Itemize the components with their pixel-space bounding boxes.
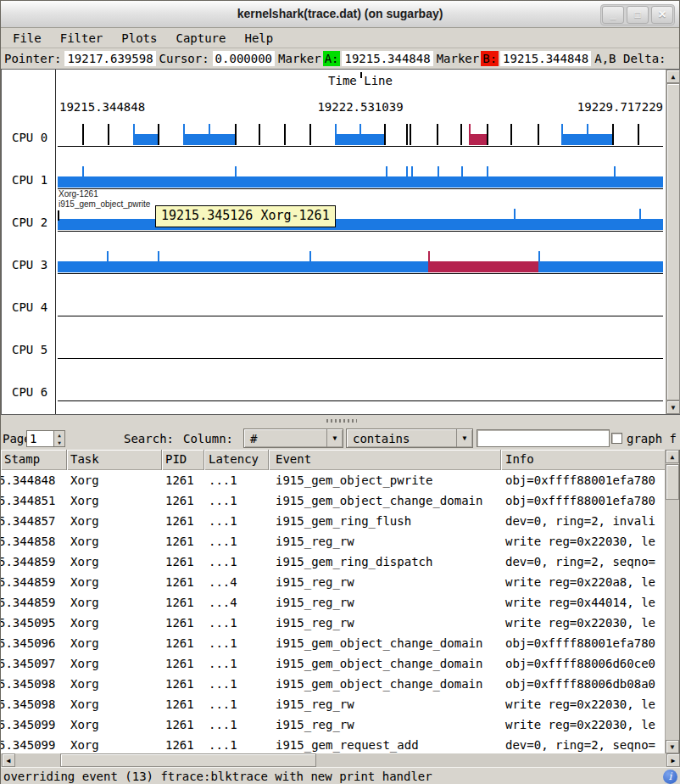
info-icon[interactable]: i — [663, 770, 677, 784]
graph-follows-checkbox[interactable] — [611, 433, 622, 444]
column-select[interactable]: # ▼ — [243, 428, 343, 448]
event-tick — [514, 209, 516, 219]
up-arrow-icon: ▲ — [671, 453, 675, 461]
event-tick — [335, 124, 337, 134]
table-row[interactable]: 5.344859Xorg1261...4i915_reg_rwwrite reg… — [1, 592, 667, 613]
event-tick — [386, 166, 387, 176]
cell-pid: 1261 — [162, 490, 204, 511]
cpu-label: CPU 2 — [12, 216, 47, 231]
cpu-row-1[interactable] — [58, 166, 663, 189]
down-arrow-icon: ▼ — [672, 404, 676, 412]
scroll-down-button[interactable]: ▼ — [666, 400, 680, 414]
cell-event: i915_gem_object_change_domain — [269, 653, 501, 674]
horizontal-scrollbar-thumb[interactable] — [60, 753, 316, 767]
table-row[interactable]: 5.344859Xorg1261...4i915_reg_rwwrite reg… — [1, 572, 667, 592]
cell-info: dev=0, ring=2, seqno= — [501, 735, 667, 753]
cell-task: Xorg — [67, 572, 162, 592]
column-header-latency[interactable]: Latency — [204, 450, 269, 470]
cell-pid: 1261 — [162, 470, 204, 490]
spin-down-button[interactable]: ▼ — [54, 439, 64, 446]
kernelshark-window: kernelshark(trace.dat) (on sugarbay) _□✕… — [0, 0, 680, 784]
table-row[interactable]: 5.345097Xorg1261...1i915_gem_object_chan… — [1, 653, 667, 674]
table-row[interactable]: 5.344859Xorg1261...1i915_gem_ring_dispat… — [1, 552, 667, 572]
column-select-value: # — [250, 432, 257, 445]
cpu-label: CPU 3 — [12, 258, 47, 273]
cpu-label: CPU 1 — [12, 173, 47, 188]
table-scrollbar[interactable]: ▲ ▼ — [665, 450, 679, 753]
marker-info-bar: Pointer: 19217.639598 Cursor: 0.000000 M… — [1, 48, 679, 69]
pane-splitter[interactable] — [1, 415, 680, 428]
table-row[interactable]: 5.344857Xorg1261...1i915_gem_ring_flushd… — [1, 511, 667, 531]
window-controls: _□✕ — [600, 4, 675, 25]
column-header-info[interactable]: Info — [501, 450, 667, 470]
column-header-event[interactable]: Event — [269, 450, 501, 470]
down-arrow-icon: ▼ — [58, 440, 61, 445]
table-row[interactable]: 5.344848Xorg1261...1i915_gem_object_pwri… — [1, 470, 667, 490]
minimize-button[interactable]: _ — [602, 6, 624, 24]
cell-task: Xorg — [67, 531, 162, 552]
cell-task: Xorg — [67, 592, 162, 613]
graph-panel[interactable]: Time Line CPU 0CPU 1CPU 2CPU 3CPU 4CPU 5… — [1, 69, 680, 415]
column-header-task[interactable]: Task — [67, 450, 162, 470]
close-button[interactable]: ✕ — [651, 6, 673, 24]
event-tick — [82, 166, 84, 176]
table-row[interactable]: 5.345098Xorg1261...1i915_reg_rwwrite reg… — [1, 694, 667, 714]
event-tick — [437, 124, 438, 145]
task-bar — [133, 134, 159, 145]
cpu-row-2[interactable] — [58, 209, 663, 232]
table-row[interactable]: 5.344851Xorg1261...1i915_gem_object_chan… — [1, 490, 667, 511]
graph-plot[interactable] — [58, 70, 663, 412]
match-select[interactable]: contains ▼ — [346, 428, 473, 448]
cpu-row-0[interactable] — [58, 124, 663, 147]
graph-tooltip: 19215.345126 Xorg-1261 — [155, 205, 336, 227]
scroll-up-button[interactable]: ▲ — [666, 70, 680, 83]
table-row[interactable]: 5.345098Xorg1261...1i915_gem_object_chan… — [1, 674, 667, 694]
table-row[interactable]: 5.345096Xorg1261...1i915_gem_object_chan… — [1, 633, 667, 653]
cell-latency: ...1 — [204, 552, 269, 572]
cell-task: Xorg — [67, 674, 162, 694]
table-scrollbar-thumb[interactable] — [666, 464, 679, 500]
cpu-row-4[interactable] — [58, 294, 663, 316]
event-tick — [209, 124, 210, 134]
page-spinbox[interactable]: 1 ▲ ▼ — [26, 430, 65, 447]
cpu-row-6[interactable] — [58, 378, 663, 401]
left-arrow-icon: ◀ — [7, 757, 11, 764]
event-tick — [133, 124, 135, 134]
cpu-row-5[interactable] — [58, 336, 663, 359]
graph-scrollbar[interactable]: ▲ ▼ — [666, 70, 680, 414]
cpu-label: CPU 4 — [12, 300, 47, 316]
event-tick — [406, 124, 408, 145]
cell-stamp: 5.345098 — [1, 674, 67, 694]
scroll-left-button[interactable]: ◀ — [2, 753, 15, 767]
cell-task: Xorg — [67, 552, 162, 572]
title-bar[interactable]: kernelshark(trace.dat) (on sugarbay) _□✕ — [1, 1, 679, 28]
event-tick — [284, 124, 286, 145]
event-tick — [411, 166, 413, 176]
spin-up-button[interactable]: ▲ — [54, 431, 64, 439]
event-table[interactable]: 5.344848Xorg1261...1i915_gem_object_pwri… — [1, 470, 667, 753]
scroll-up-button[interactable]: ▲ — [666, 450, 679, 463]
menu-item-filter[interactable]: Filter — [53, 30, 110, 47]
column-header-pid[interactable]: PID — [162, 450, 204, 470]
search-input[interactable] — [477, 429, 610, 447]
table-row[interactable]: 5.344858Xorg1261...1i915_reg_rwwrite reg… — [1, 531, 667, 552]
scroll-down-button[interactable]: ▼ — [666, 740, 679, 753]
horizontal-scrollbar[interactable]: ◀ ▶ — [1, 753, 680, 767]
menu-item-capture[interactable]: Capture — [169, 30, 232, 47]
scroll-right-button[interactable]: ▶ — [666, 753, 680, 767]
cpu-label: CPU 6 — [12, 385, 47, 400]
table-row[interactable]: 5.345095Xorg1261...1i915_reg_rwwrite reg… — [1, 613, 667, 633]
menu-item-help[interactable]: Help — [237, 30, 280, 47]
graph-scrollbar-thumb[interactable] — [666, 83, 680, 400]
menu-item-file[interactable]: File — [6, 30, 48, 47]
table-row[interactable]: 5.345099Xorg1261...1i915_gem_request_add… — [1, 735, 667, 753]
splitter-grip-icon — [326, 419, 357, 423]
cpu-row-3[interactable] — [58, 251, 663, 274]
event-tick — [183, 124, 185, 134]
table-row[interactable]: 5.345099Xorg1261...1i915_reg_rwwrite reg… — [1, 714, 667, 735]
column-header-stamp[interactable]: Stamp — [1, 450, 67, 470]
event-annotation: i915_gem_object_pwrite — [59, 199, 150, 209]
status-bar: overriding event (13) ftrace:blktrace wi… — [1, 767, 680, 784]
maximize-button[interactable]: □ — [627, 6, 649, 24]
menu-item-plots[interactable]: Plots — [114, 30, 164, 47]
